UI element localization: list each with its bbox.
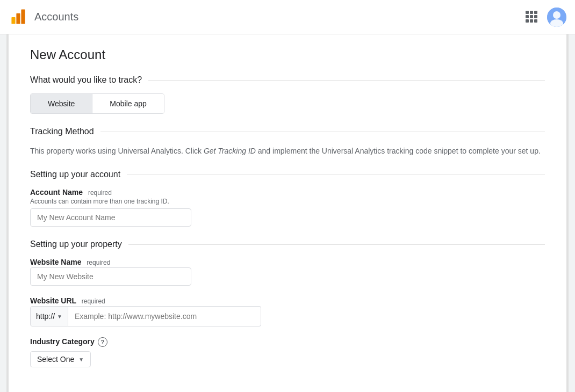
- svg-point-4: [553, 11, 560, 19]
- track-divider: [148, 80, 545, 81]
- account-section-label: Setting up your account: [30, 170, 127, 179]
- property-section-divider: [128, 244, 545, 245]
- tracking-desc-text2: and implement the Universal Analytics tr…: [256, 147, 541, 155]
- website-name-label: Website Name required: [30, 258, 545, 266]
- industry-help-icon[interactable]: ?: [98, 337, 107, 347]
- svg-rect-2: [21, 9, 25, 24]
- url-row: http:// ▼: [30, 306, 261, 326]
- select-chevron: ▼: [78, 357, 84, 362]
- account-name-label: Account Name required: [30, 188, 545, 197]
- website-tab[interactable]: Website: [31, 94, 92, 113]
- account-name-required: required: [88, 189, 112, 197]
- header-right: [526, 8, 566, 27]
- grid-icon[interactable]: [526, 11, 538, 24]
- account-name-hint: Accounts can contain more than one track…: [30, 198, 545, 205]
- property-section-header: Setting up your property: [30, 239, 545, 249]
- tracking-method-divider: [100, 132, 545, 132]
- svg-rect-0: [11, 17, 15, 24]
- industry-label-row: Industry Category ?: [30, 337, 545, 347]
- protocol-chevron: ▼: [57, 314, 62, 320]
- industry-category-label: Industry Category: [30, 337, 95, 346]
- account-section-divider: [127, 175, 545, 175]
- app-header: Accounts: [0, 0, 575, 34]
- svg-rect-1: [16, 13, 20, 24]
- protocol-selector[interactable]: http:// ▼: [30, 306, 68, 326]
- property-section-label: Setting up your property: [30, 239, 128, 249]
- website-url-required: required: [82, 297, 105, 305]
- website-name-input[interactable]: [30, 267, 191, 286]
- account-name-input[interactable]: [30, 208, 191, 227]
- tracking-desc-text1: This property works using Universal Anal…: [30, 147, 204, 155]
- account-section-header: Setting up your account: [30, 170, 545, 179]
- header-left: Accounts: [9, 8, 78, 27]
- get-tracking-id-link[interactable]: Get Tracking ID: [204, 147, 256, 155]
- website-name-field-group: Website Name required: [30, 258, 545, 286]
- user-avatar[interactable]: [547, 8, 566, 27]
- protocol-value: http://: [36, 312, 55, 321]
- tracking-description: This property works using Universal Anal…: [30, 145, 545, 157]
- track-type-toggle: Website Mobile app: [30, 93, 164, 114]
- tracking-method-label: Tracking Method: [30, 127, 100, 136]
- page-title: New Account: [30, 47, 545, 62]
- header-title: Accounts: [34, 11, 78, 23]
- analytics-logo: [9, 8, 28, 27]
- industry-select-button[interactable]: Select One ▼: [30, 351, 91, 367]
- account-name-label-text: Account Name: [30, 188, 83, 197]
- website-url-field-group: Website URL required http:// ▼: [30, 296, 545, 326]
- account-name-field-group: Account Name required Accounts can conta…: [30, 188, 545, 227]
- industry-category-field-group: Industry Category ? Select One ▼: [30, 337, 545, 367]
- track-question: What would you like to track?: [30, 75, 148, 85]
- website-url-label: Website URL required: [30, 296, 545, 305]
- select-one-label: Select One: [37, 355, 74, 364]
- website-url-label-text: Website URL: [30, 296, 76, 305]
- url-input[interactable]: [68, 306, 261, 326]
- tracking-method-section-header: Tracking Method: [30, 127, 545, 136]
- track-section-header: What would you like to track?: [30, 75, 545, 85]
- main-content: New Account What would you like to track…: [6, 34, 569, 392]
- website-name-required: required: [87, 259, 110, 266]
- website-name-label-text: Website Name: [30, 258, 81, 266]
- mobile-app-tab[interactable]: Mobile app: [92, 94, 164, 113]
